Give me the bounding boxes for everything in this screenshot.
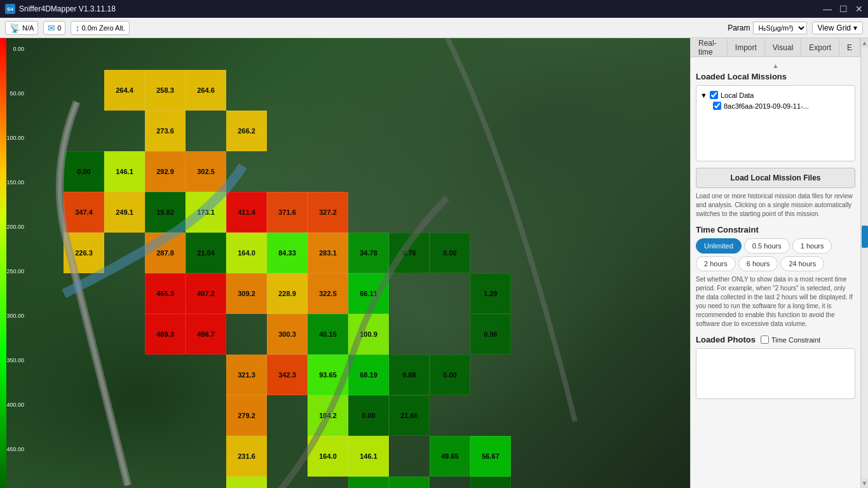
cell-4-7[interactable]: 283.1 [308, 233, 348, 273]
cell-10-5[interactable]: 161.3 [226, 477, 267, 488]
cell-4-10[interactable]: 0.00 [430, 233, 470, 273]
load-help-text: Load one or more historical mission data… [696, 192, 855, 219]
cell-5-5[interactable]: 309.2 [226, 273, 267, 314]
cell-0-3[interactable]: 258.3 [145, 70, 186, 111]
cell-4-6[interactable]: 84.33 [267, 233, 308, 273]
time-btn-2[interactable]: 2 hours [696, 256, 736, 271]
time-constraint-check-label[interactable]: Time Constraint [761, 336, 820, 344]
local-data-item[interactable]: ▼ Local Data [700, 90, 851, 100]
cell-2-2[interactable]: 146.1 [104, 151, 145, 192]
cell-10-9[interactable]: 32.64 [389, 477, 430, 488]
cell-5-4[interactable]: 407.2 [186, 273, 226, 314]
panel-scroll-thumb[interactable] [862, 226, 868, 248]
cell-5-7[interactable]: 322.5 [308, 273, 348, 314]
cell-9-11[interactable]: 56.67 [470, 436, 511, 477]
cell-2-1[interactable]: 0.00 [64, 151, 104, 192]
tab-export[interactable]: Export [801, 38, 839, 57]
cell-10-11[interactable]: 1.45 [470, 477, 511, 488]
cell-5-8[interactable]: 66.11 [348, 273, 389, 314]
photos-area [696, 348, 855, 399]
cell-1-5[interactable]: 266.2 [226, 111, 267, 151]
window-controls[interactable]: — ☐ ✕ [823, 4, 863, 14]
tab-visual[interactable]: Visual [765, 38, 801, 57]
time-constraint-photos-checkbox[interactable] [761, 336, 769, 344]
cell-8-5[interactable]: 279.2 [226, 395, 267, 436]
cell-7-8[interactable]: 68.19 [348, 355, 389, 395]
load-mission-button[interactable]: Load Local Mission Files [696, 168, 855, 188]
time-constraint-check-text: Time Constraint [771, 336, 820, 344]
cell-7-6[interactable]: 342.3 [267, 355, 308, 395]
cell-9-7[interactable]: 164.0 [308, 436, 348, 477]
expand-icon: ▼ [700, 92, 707, 99]
local-data-checkbox[interactable] [710, 91, 718, 99]
time-btn-unlimited[interactable]: Unlimited [696, 238, 742, 254]
time-btn-24[interactable]: 24 hours [780, 256, 824, 271]
view-button[interactable]: View Grid ▾ [812, 22, 863, 34]
cell-6-6[interactable]: 300.3 [267, 314, 308, 355]
cell-2-4[interactable]: 302.5 [186, 151, 226, 192]
cell-6-3[interactable]: 489.3 [145, 314, 186, 355]
cell-8-7[interactable]: 104.2 [308, 395, 348, 436]
cell-7-10[interactable]: 0.00 [430, 355, 470, 395]
cell-9-10[interactable]: 49.65 [430, 436, 470, 477]
cell-6-8[interactable]: 100.9 [348, 314, 389, 355]
cell-5-11[interactable]: 1.29 [470, 273, 511, 314]
cell-8-9[interactable]: 21.66 [389, 395, 430, 436]
mission-tree[interactable]: ▼ Local Data 8ac3f6aa-2019-09-09-11-... [696, 85, 855, 161]
cell-4-5[interactable]: 164.0 [226, 233, 267, 273]
message-button[interactable]: ✉ 0 [43, 21, 65, 35]
cell-3-2[interactable]: 249.1 [104, 192, 145, 233]
cell-0-2[interactable]: 264.4 [104, 70, 145, 111]
time-btn-1[interactable]: 1 hours [792, 238, 832, 254]
cell-4-4[interactable]: 21.04 [186, 233, 226, 273]
gps-button[interactable]: 📡 N/A [5, 21, 38, 35]
time-btn-6[interactable]: 6 hours [738, 256, 778, 271]
cell-0-4[interactable]: 264.6 [186, 70, 226, 111]
time-btn-0-5[interactable]: 0.5 hours [744, 238, 790, 254]
minimize-button[interactable]: — [823, 4, 832, 14]
cell-5-3[interactable]: 465.3 [145, 273, 186, 314]
tab-extra[interactable]: E [839, 38, 860, 57]
cell-4-9[interactable]: 0.76 [389, 233, 430, 273]
cell-7-5[interactable]: 321.3 [226, 355, 267, 395]
cell-3-3[interactable]: 19.82 [145, 192, 186, 233]
tab-import[interactable]: Import [728, 38, 765, 57]
close-button[interactable]: ✕ [855, 4, 863, 14]
cell-4-1[interactable]: 226.3 [64, 233, 104, 273]
cell-3-5[interactable]: 411.4 [226, 192, 267, 233]
cell-6-11[interactable]: 0.96 [470, 314, 511, 355]
panel-scrollbar[interactable]: ▲ ▼ [860, 38, 868, 488]
map-area[interactable]: 0.00 50.00 100.00 150.00 200.00 250.00 3… [0, 38, 690, 488]
altitude-label: 0.0m Zero Alt. [81, 24, 125, 32]
altitude-button[interactable]: ↕ 0.0m Zero Alt. [71, 21, 129, 35]
cell-6-7[interactable]: 40.15 [308, 314, 348, 355]
cell-4-3[interactable]: 287.8 [145, 233, 186, 273]
cell-3-1[interactable]: 347.4 [64, 192, 104, 233]
cell-9-8[interactable]: 146.1 [348, 436, 389, 477]
param-selector[interactable]: Param H₂S(μg/m³) [728, 22, 806, 34]
cell-10-8[interactable]: 43.97 [348, 477, 389, 488]
cell-8-8[interactable]: 0.00 [348, 395, 389, 436]
maximize-button[interactable]: ☐ [839, 4, 848, 14]
mission-file-item[interactable]: 8ac3f6aa-2019-09-09-11-... [700, 100, 851, 111]
cell-3-4[interactable]: 173.1 [186, 192, 226, 233]
cell-2-3[interactable]: 292.9 [145, 151, 186, 192]
cell-4-8[interactable]: 34.78 [348, 233, 389, 273]
right-panel: Real-time Import Visual Export E ▲ Loade… [690, 38, 860, 488]
cell-7-9[interactable]: 9.88 [389, 355, 430, 395]
param-dropdown[interactable]: H₂S(μg/m³) [753, 22, 807, 34]
tab-realtime[interactable]: Real-time [691, 38, 728, 57]
panel-scroll-up[interactable]: ▲ [860, 38, 868, 48]
cell-3-7[interactable]: 327.2 [308, 192, 348, 233]
app-title: Sniffer4DMapper V1.3.11.18 [19, 4, 116, 13]
panel-content[interactable]: ▲ Loaded Local Missions ▼ Local Data 8ac… [691, 57, 860, 488]
panel-scroll-down[interactable]: ▼ [860, 478, 868, 488]
scroll-up-arrow[interactable]: ▲ [696, 62, 855, 69]
cell-7-7[interactable]: 93.65 [308, 355, 348, 395]
cell-5-6[interactable]: 228.9 [267, 273, 308, 314]
cell-9-5[interactable]: 231.6 [226, 436, 267, 477]
cell-1-3[interactable]: 273.6 [145, 111, 186, 151]
cell-6-4[interactable]: 496.7 [186, 314, 226, 355]
mission-file-checkbox[interactable] [713, 102, 721, 110]
cell-3-6[interactable]: 371.6 [267, 192, 308, 233]
